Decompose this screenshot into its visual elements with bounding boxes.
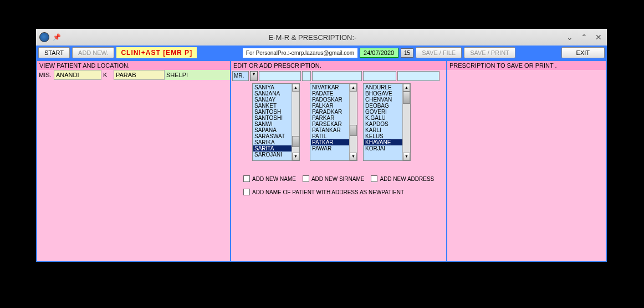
rx-input-4[interactable] bbox=[363, 71, 396, 81]
brand-label: CLINI+AST [EMR P] bbox=[116, 47, 197, 58]
prescription-input-row: MR. ▼ bbox=[231, 70, 446, 82]
scroll-thumb[interactable] bbox=[403, 92, 410, 104]
minimize-button[interactable]: ⌄ bbox=[565, 32, 575, 42]
window-controls: ⌄ ⌃ ✕ bbox=[565, 32, 604, 42]
scroll-up-icon[interactable]: ▲ bbox=[403, 84, 410, 92]
patient-title-label: MIS. bbox=[37, 70, 54, 80]
listboxes-row: SANIYASANJANASANJAYSANKETSANTOSHSANTOSHI… bbox=[231, 82, 446, 161]
titlebar: 📌 E-M-R & PRESCRIPTION:- ⌄ ⌃ ✕ bbox=[36, 29, 607, 46]
add-new-address-checkbox[interactable]: ADD NEW ADDRESS bbox=[371, 175, 434, 182]
prescription-output-panel: PRESCRIPTION TO SAVE OR PRINT . bbox=[447, 61, 606, 261]
rx-input-3[interactable] bbox=[312, 71, 362, 81]
close-button[interactable]: ✕ bbox=[594, 32, 604, 42]
scroll-thumb[interactable] bbox=[292, 136, 299, 147]
patient-first-name: ANANDI bbox=[54, 70, 101, 80]
rx-input-5[interactable] bbox=[397, 71, 439, 81]
name-listbox[interactable]: SANIYASANJANASANJAYSANKETSANTOSHSANTOSHI… bbox=[252, 83, 300, 161]
surname-listbox[interactable]: NIVATKARPADATEPADOSKARPALKARPARADKARPARK… bbox=[310, 83, 357, 161]
patient-row: MIS. ANANDI K PARAB SHELPI bbox=[37, 70, 230, 80]
patient-last-name: PARAB bbox=[114, 70, 165, 80]
date-field[interactable] bbox=[360, 48, 398, 58]
add-new-sirname-checkbox[interactable]: ADD NEW SIRNAME bbox=[303, 175, 365, 182]
save-print-button[interactable]: SAVE / PRINT bbox=[464, 47, 515, 58]
save-file-button[interactable]: SAVE / FILE bbox=[416, 47, 462, 58]
add-patient-checkbox[interactable]: ADD NAME OF PATIENT WITH ADDRESS AS NEWP… bbox=[233, 189, 444, 195]
date-picker-button[interactable]: 15 bbox=[401, 48, 413, 58]
scroll-up-icon[interactable]: ▲ bbox=[292, 84, 299, 92]
scrollbar[interactable]: ▲ ▼ bbox=[292, 84, 299, 160]
start-button[interactable]: START bbox=[38, 47, 70, 58]
title-combo-arrow[interactable]: ▼ bbox=[250, 71, 258, 81]
patient-mid-initial: K bbox=[101, 70, 114, 80]
view-patient-header: VIEW PATIENT AND LOCATION. bbox=[37, 61, 230, 70]
checkbox-area: ADD NEW NAME ADD NEW SIRNAME ADD NEW ADD… bbox=[231, 161, 446, 200]
toolbar: START ADD NEW. CLINI+AST [EMR P] For Per… bbox=[36, 46, 607, 60]
title-combo[interactable]: MR. bbox=[232, 71, 249, 81]
scroll-down-icon[interactable]: ▼ bbox=[403, 153, 410, 160]
prescription-output-header: PRESCRIPTION TO SAVE OR PRINT . bbox=[447, 61, 606, 70]
app-icon bbox=[39, 32, 49, 42]
pin-icon[interactable]: 📌 bbox=[53, 33, 60, 41]
email-label: For PersonalPro.:-emrp.lazarus@gmail.com bbox=[243, 48, 357, 58]
scroll-down-icon[interactable]: ▼ bbox=[292, 153, 299, 160]
scroll-up-icon[interactable]: ▲ bbox=[350, 84, 357, 92]
rx-input-1[interactable] bbox=[259, 71, 301, 81]
add-new-name-checkbox[interactable]: ADD NEW NAME bbox=[243, 175, 296, 182]
edit-prescription-header: EDIT OR ADD PRESCRIPTION. bbox=[231, 61, 446, 70]
edit-prescription-panel: EDIT OR ADD PRESCRIPTION. MR. ▼ SANIYASA… bbox=[231, 61, 446, 261]
scrollbar[interactable]: ▲ ▼ bbox=[349, 84, 357, 160]
rx-input-2[interactable] bbox=[302, 71, 311, 81]
scroll-down-icon[interactable]: ▼ bbox=[350, 153, 357, 160]
window-title: E-M-R & PRESCRIPTION:- bbox=[60, 33, 565, 42]
content-area: VIEW PATIENT AND LOCATION. MIS. ANANDI K… bbox=[36, 60, 607, 262]
exit-button[interactable]: EXIT bbox=[561, 47, 605, 58]
maximize-button[interactable]: ⌃ bbox=[579, 32, 589, 42]
scroll-thumb[interactable] bbox=[350, 125, 357, 136]
patient-location: SHELPI bbox=[165, 70, 230, 80]
address-listbox[interactable]: ANDURLEBHOGAVECHENVANDEOBAGGOVERIK.GALUK… bbox=[363, 83, 411, 161]
app-window: 📌 E-M-R & PRESCRIPTION:- ⌄ ⌃ ✕ START ADD… bbox=[36, 29, 607, 262]
add-new-button[interactable]: ADD NEW. bbox=[72, 47, 114, 58]
scrollbar[interactable]: ▲ ▼ bbox=[402, 84, 410, 160]
view-patient-panel: VIEW PATIENT AND LOCATION. MIS. ANANDI K… bbox=[37, 61, 230, 261]
